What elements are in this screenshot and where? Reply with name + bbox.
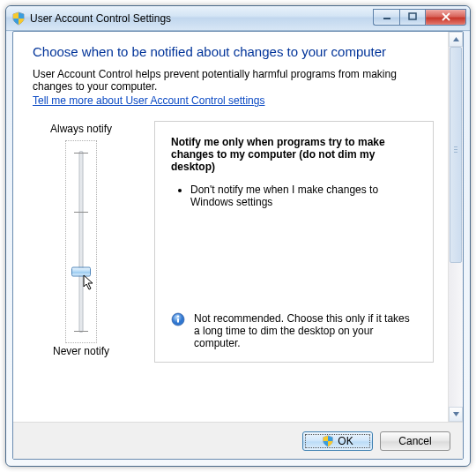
level-description-title: Notify me only when programs try to make… <box>171 136 417 173</box>
slider-tick <box>74 153 88 154</box>
maximize-icon <box>408 12 417 21</box>
scrollbar-track[interactable] <box>449 47 463 407</box>
intro-text: User Account Control helps prevent poten… <box>33 68 434 93</box>
titlebar[interactable]: User Account Control Settings <box>6 6 470 31</box>
slider-label-bottom: Never notify <box>33 345 130 357</box>
uac-settings-window: User Account Control Settings Choose whe… <box>5 5 471 467</box>
slider-thumb[interactable] <box>71 267 91 277</box>
slider-tick <box>74 212 88 213</box>
info-icon <box>171 312 185 326</box>
minimize-button[interactable] <box>373 9 399 26</box>
level-recommendation: Not recommended. Choose this only if it … <box>171 312 417 349</box>
level-description-list: Don't notify me when I make changes to W… <box>176 184 417 215</box>
svg-rect-1 <box>409 13 416 19</box>
minimize-icon <box>383 12 391 21</box>
content-pane: Choose when to be notified about changes… <box>13 32 448 422</box>
close-icon <box>441 12 451 21</box>
slider-track <box>79 151 84 333</box>
cancel-button[interactable]: Cancel <box>380 431 450 451</box>
svg-point-4 <box>177 315 179 317</box>
svg-rect-5 <box>177 318 179 323</box>
cursor-arrow-icon <box>83 274 97 292</box>
slider-tick <box>74 331 88 332</box>
cancel-button-label: Cancel <box>398 435 431 447</box>
close-button[interactable] <box>426 9 466 26</box>
level-description-panel: Notify me only when programs try to make… <box>154 121 434 363</box>
window-controls <box>373 9 466 26</box>
uac-shield-icon <box>322 435 334 447</box>
uac-shield-icon <box>11 11 26 26</box>
scroll-down-icon <box>452 410 460 418</box>
scroll-up-button[interactable] <box>449 32 463 47</box>
maximize-button[interactable] <box>399 9 426 26</box>
client-area: Choose when to be notified about changes… <box>12 31 464 460</box>
slider-label-top: Always notify <box>33 123 130 135</box>
scroll-down-button[interactable] <box>449 407 463 422</box>
ok-button-label: OK <box>338 435 353 447</box>
notification-slider-column: Always notify Never notif <box>33 121 130 363</box>
page-heading: Choose when to be notified about changes… <box>33 44 434 59</box>
scroll-up-icon <box>452 35 460 43</box>
level-recommendation-text: Not recommended. Choose this only if it … <box>194 312 417 349</box>
window-title: User Account Control Settings <box>30 12 171 25</box>
vertical-scrollbar[interactable] <box>448 32 463 422</box>
scrollbar-thumb[interactable] <box>450 47 462 263</box>
dialog-button-bar: OK Cancel <box>13 422 463 459</box>
svg-rect-0 <box>383 18 390 19</box>
help-link[interactable]: Tell me more about User Account Control … <box>33 94 264 107</box>
notification-level-slider[interactable] <box>65 140 97 343</box>
level-description-item: Don't notify me when I make changes to W… <box>190 184 417 208</box>
ok-button[interactable]: OK <box>302 431 373 451</box>
